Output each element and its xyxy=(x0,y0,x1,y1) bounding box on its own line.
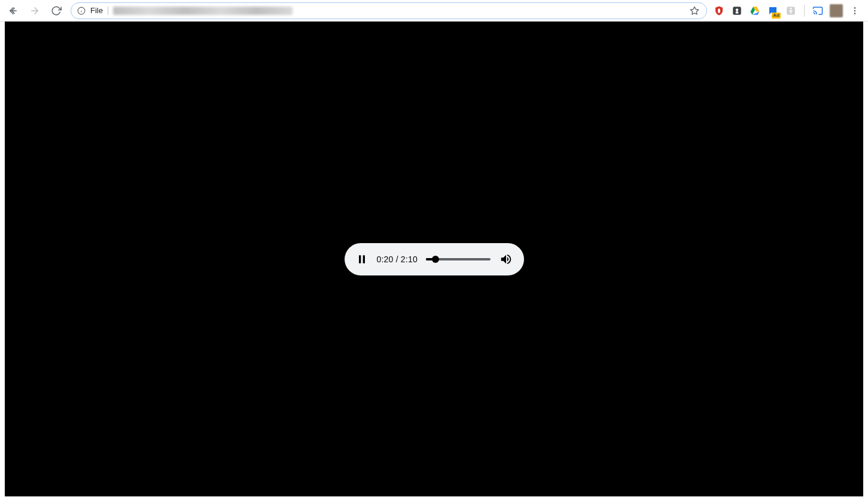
url-scheme-label: File xyxy=(90,6,103,15)
page-info-icon[interactable] xyxy=(77,7,86,15)
seek-slider[interactable] xyxy=(426,255,491,263)
duration: 2:10 xyxy=(401,254,418,264)
time-display: 0:20 / 2:10 xyxy=(377,254,418,264)
cast-icon xyxy=(812,5,823,16)
arrow-right-icon xyxy=(29,5,40,16)
svg-rect-20 xyxy=(363,255,364,263)
media-viewport[interactable]: 0:20 / 2:10 xyxy=(5,22,863,496)
page-content: 0:20 / 2:10 xyxy=(0,22,868,500)
browser-menu-button[interactable] xyxy=(849,2,861,19)
svg-point-9 xyxy=(736,8,739,11)
pause-button[interactable] xyxy=(355,253,368,266)
volume-icon xyxy=(500,253,513,266)
address-bar[interactable]: File xyxy=(71,2,707,19)
svg-marker-6 xyxy=(690,7,698,14)
time-separator: / xyxy=(394,254,401,264)
profile-avatar[interactable] xyxy=(830,4,843,17)
browser-toolbar: File Ad xyxy=(0,0,868,22)
extensions-area: Ad xyxy=(711,2,863,19)
seek-thumb xyxy=(432,256,439,263)
cast-button[interactable] xyxy=(812,5,824,17)
mute-button[interactable] xyxy=(499,252,513,266)
url-divider xyxy=(108,7,108,15)
ublock-icon[interactable] xyxy=(713,5,725,17)
svg-point-14 xyxy=(790,7,792,9)
reload-icon xyxy=(51,5,62,16)
kebab-icon xyxy=(850,6,860,16)
svg-rect-7 xyxy=(718,8,720,13)
bookmark-star-button[interactable] xyxy=(689,5,701,17)
forward-button[interactable] xyxy=(26,2,43,19)
svg-point-17 xyxy=(854,10,856,11)
pause-icon xyxy=(356,253,368,265)
svg-point-18 xyxy=(854,13,856,14)
chat-icon[interactable]: Ad xyxy=(767,5,779,17)
ad-badge: Ad xyxy=(772,13,781,19)
audio-player-controls: 0:20 / 2:10 xyxy=(345,243,524,275)
current-time: 0:20 xyxy=(377,254,394,264)
reload-button[interactable] xyxy=(48,2,65,19)
back-button[interactable] xyxy=(5,2,22,19)
location-icon[interactable] xyxy=(731,5,743,17)
svg-rect-19 xyxy=(359,255,361,263)
drive-icon[interactable] xyxy=(749,5,761,17)
nav-button-group xyxy=(5,2,65,19)
accessibility-icon[interactable] xyxy=(785,5,797,17)
toolbar-separator xyxy=(804,5,805,17)
star-icon xyxy=(690,6,699,16)
url-path-redacted xyxy=(113,7,293,15)
svg-point-16 xyxy=(854,7,856,9)
